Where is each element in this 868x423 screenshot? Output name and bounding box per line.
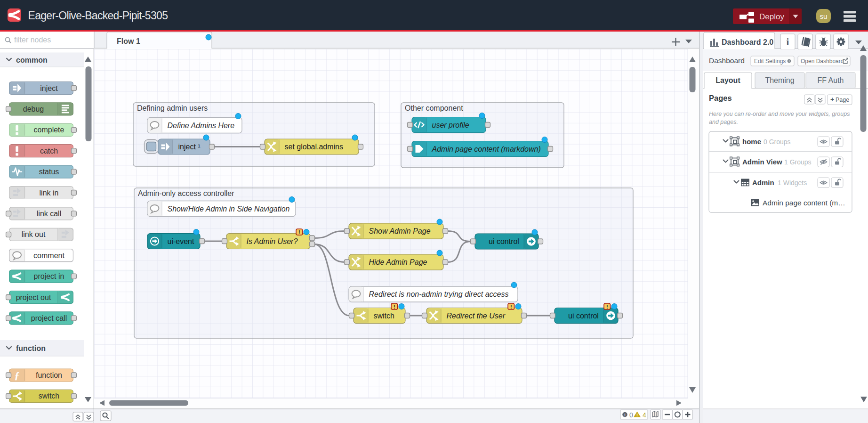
svg-text:Here you can re-order and move: Here you can re-order and move your widg…: [709, 111, 850, 117]
svg-text:Admin View: Admin View: [742, 158, 782, 166]
svg-text:Layout: Layout: [715, 76, 740, 84]
svg-text:1 Widgets: 1 Widgets: [778, 179, 807, 187]
svg-text:Edit Settings: Edit Settings: [754, 58, 786, 65]
svg-text:Dashboard: Dashboard: [709, 57, 745, 65]
svg-text:!: !: [636, 412, 638, 417]
svg-text:0: 0: [629, 411, 633, 419]
svg-text:Dashboard 2.0: Dashboard 2.0: [722, 38, 773, 46]
svg-text:Pages: Pages: [709, 94, 732, 102]
svg-text:!: !: [624, 413, 626, 417]
svg-text:Theming: Theming: [765, 76, 794, 84]
svg-text:and pages.: and pages.: [709, 119, 738, 125]
svg-text:Admin page content (m…: Admin page content (m…: [763, 199, 845, 207]
svg-text:+: +: [830, 96, 834, 103]
svg-text:1 Groups: 1 Groups: [784, 158, 812, 166]
svg-text:i: i: [787, 36, 789, 48]
svg-text:Admin: Admin: [752, 179, 774, 187]
svg-text:home: home: [742, 138, 761, 146]
svg-text:Page: Page: [836, 97, 849, 103]
svg-text:4: 4: [643, 411, 646, 419]
svg-text:FF Auth: FF Auth: [817, 76, 844, 84]
svg-text:0 Groups: 0 Groups: [764, 138, 791, 146]
svg-text:Open Dashboard: Open Dashboard: [801, 58, 844, 65]
